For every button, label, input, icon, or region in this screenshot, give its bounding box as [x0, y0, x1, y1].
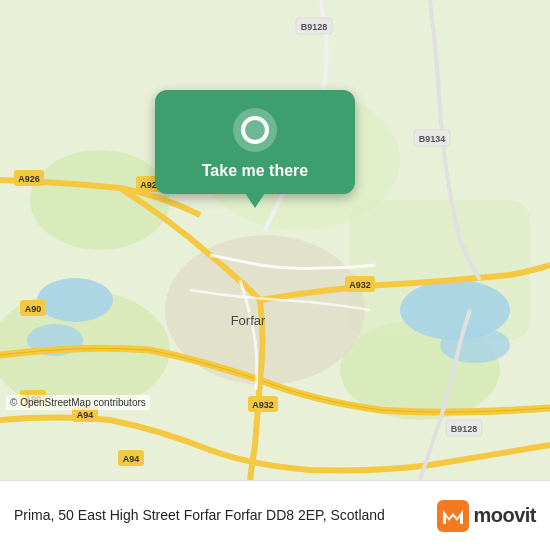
svg-text:A926: A926 [18, 174, 40, 184]
moovit-icon [437, 500, 469, 532]
footer-bar: Prima, 50 East High Street Forfar Forfar… [0, 480, 550, 550]
svg-text:B9134: B9134 [419, 134, 446, 144]
svg-text:B9128: B9128 [451, 424, 478, 434]
map-attribution: © OpenStreetMap contributors [6, 395, 150, 410]
location-pin-icon [233, 108, 277, 152]
svg-text:A94: A94 [77, 410, 94, 420]
svg-point-7 [37, 278, 113, 322]
moovit-text: moovit [473, 504, 536, 527]
svg-point-10 [440, 327, 510, 363]
take-me-there-popup[interactable]: Take me there [155, 90, 355, 194]
svg-text:A932: A932 [252, 400, 274, 410]
svg-text:A90: A90 [25, 304, 42, 314]
moovit-logo: moovit [437, 500, 536, 532]
svg-text:Forfar: Forfar [231, 313, 266, 328]
popup-label: Take me there [202, 162, 308, 180]
map-container: A90 A90 A94 A94 A926 A926 A932 A932 B912… [0, 0, 550, 480]
attribution-text: © OpenStreetMap contributors [10, 397, 146, 408]
address-text: Prima, 50 East High Street Forfar Forfar… [14, 506, 425, 524]
svg-text:A932: A932 [349, 280, 371, 290]
svg-text:A94: A94 [123, 454, 140, 464]
pin-inner-circle [241, 116, 269, 144]
svg-text:B9128: B9128 [301, 22, 328, 32]
svg-point-5 [30, 150, 170, 250]
